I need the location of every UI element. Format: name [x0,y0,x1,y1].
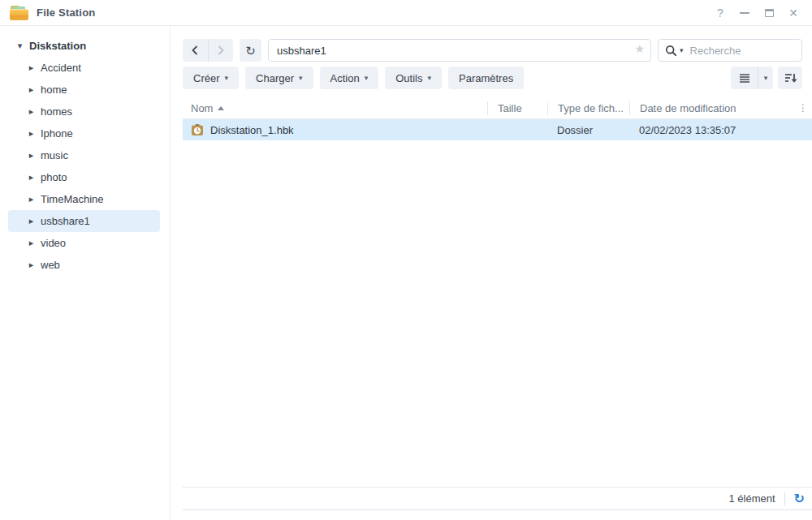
sidebar-item-homes[interactable]: ▸ homes [8,101,160,122]
column-label: Date de modification [640,102,736,114]
list-view-icon [739,73,750,84]
sidebar-item-iphone[interactable]: ▸ Iphone [8,122,160,144]
help-icon[interactable]: ? [715,7,726,19]
view-mode-button: ▾ [731,67,773,89]
column-label: Nom [191,102,213,114]
item-count-label: 1 élément [729,492,775,505]
sidebar-item-home[interactable]: ▸ home [8,79,160,101]
sidebar-item-accident[interactable]: ▸ Accident [8,57,160,79]
title-bar: File Station ? ✕ [0,0,812,26]
tree-item-label: homes [41,105,72,118]
tree-item-label: photo [41,171,67,183]
chevron-down-icon: ▾ [299,74,303,82]
history-button-group [183,39,233,62]
path-field: ★ [268,39,651,62]
view-mode-dropdown-icon[interactable]: ▾ [758,67,773,89]
button-label: Paramètres [459,72,513,84]
file-station-folder-icon [10,5,29,21]
chevron-right-icon: ▸ [28,106,35,117]
back-button[interactable] [183,39,208,62]
refresh-icon: ↻ [245,45,256,57]
sidebar-item-timemachine[interactable]: ▸ TimeMachine [8,188,160,210]
button-label: Créer [193,72,220,84]
chevron-right-icon: ▸ [28,84,35,95]
tree-item-label: Iphone [41,127,73,140]
sidebar: ▾ Diskstation ▸ Accident ▸ home ▸ homes … [0,27,171,520]
chevron-right-icon: ▸ [28,260,35,270]
main-panel: ↻ ★ ▾ Recherche Créer ▾ Charger ▾ Action… [171,27,812,520]
sort-button[interactable] [778,67,802,89]
file-type: Dossier [547,124,629,136]
file-modified-date: 02/02/2023 13:35:07 [629,124,794,136]
search-placeholder: Recherche [690,45,741,57]
column-header-name[interactable]: Nom [183,101,487,115]
tree-item-label: TimeMachine [41,193,104,205]
tree-item-label: music [41,149,68,161]
favorite-star-icon[interactable]: ★ [634,43,645,54]
sidebar-item-web[interactable]: ▸ web [8,254,160,276]
chevron-right-icon: ▸ [28,150,35,161]
list-view-button[interactable] [731,67,758,89]
column-options-icon[interactable]: ⋮ [794,101,812,115]
minimize-icon[interactable] [739,7,750,19]
button-label: Charger [256,72,294,84]
tree-item-label: video [41,237,66,249]
sidebar-item-photo[interactable]: ▸ photo [8,166,160,188]
search-box[interactable]: ▾ Recherche [658,39,802,62]
sidebar-item-usbshare1[interactable]: ▸ usbshare1 [8,210,160,232]
chevron-right-icon: ▸ [28,128,35,139]
tree-item-label: web [41,259,60,271]
search-icon [665,45,677,57]
divider [784,492,785,505]
chevron-down-icon: ▾ [225,74,229,82]
hyper-backup-file-icon [191,123,204,136]
tree-item-label: Accident [41,62,81,74]
table-header: Nom Taille Type de fich... Date de modif… [183,97,812,119]
sidebar-item-music[interactable]: ▸ music [8,144,160,166]
chevron-down-icon: ▾ [365,74,369,82]
sort-ascending-icon [218,106,224,110]
close-icon[interactable]: ✕ [788,7,799,19]
forward-button[interactable] [208,39,234,62]
chevron-down-icon: ▾ [427,74,431,82]
refresh-list-icon[interactable]: ↻ [794,492,805,505]
column-header-type[interactable]: Type de fich... [547,101,629,115]
refresh-button[interactable]: ↻ [240,39,261,62]
column-header-size[interactable]: Taille [487,101,547,115]
table-row[interactable]: Diskstation_1.hbk Dossier 02/02/2023 13:… [183,119,812,140]
button-label: Outils [395,72,422,84]
button-label: Action [330,72,360,84]
chevron-right-icon: ▸ [28,62,35,73]
tree-item-label: usbshare1 [41,215,90,227]
action-button[interactable]: Action ▾ [320,67,379,89]
chevron-right-icon: ▸ [28,194,35,204]
column-label: Taille [498,102,522,114]
status-bar: 1 élément ↻ [183,487,812,510]
tools-button[interactable]: Outils ▾ [385,67,442,89]
sidebar-item-video[interactable]: ▸ video [8,232,160,254]
search-dropdown-icon[interactable]: ▾ [680,46,684,54]
create-button[interactable]: Créer ▾ [183,67,239,89]
path-input[interactable] [268,39,651,62]
chevron-right-icon: ▸ [28,238,35,248]
upload-button[interactable]: Charger ▾ [245,67,313,89]
maximize-icon[interactable] [763,7,775,19]
column-label: Type de fich... [558,102,624,114]
file-name: Diskstation_1.hbk [210,124,294,136]
tree-root-label: Diskstation [29,40,86,52]
chevron-right-icon: ▸ [28,172,35,183]
sort-icon [784,72,797,84]
sidebar-item-diskstation[interactable]: ▾ Diskstation [8,35,160,57]
chevron-down-icon: ▾ [16,41,24,51]
app-title: File Station [37,6,95,19]
chevron-right-icon: ▸ [28,216,35,226]
tree-item-label: home [41,84,67,96]
column-header-date[interactable]: Date de modification [629,101,794,115]
settings-button[interactable]: Paramètres [448,67,524,89]
